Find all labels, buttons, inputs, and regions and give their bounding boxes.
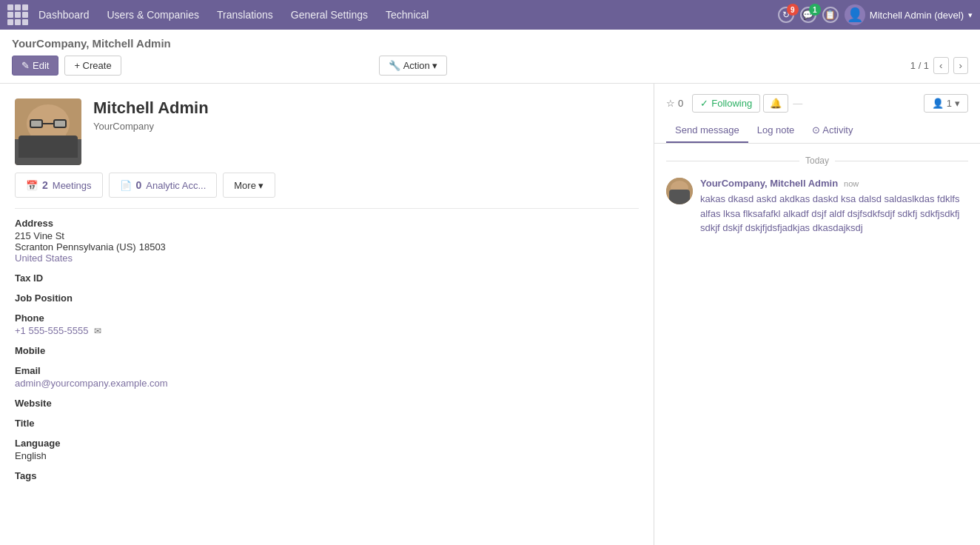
country-value: United States [15, 253, 639, 264]
page-number: 1 / 1 [910, 60, 929, 71]
create-button[interactable]: + Create [64, 56, 121, 76]
city-line: Scranton Pennsylvania (US) 18503 [15, 241, 639, 253]
language-value: English [15, 450, 639, 461]
messages-icon[interactable]: 💬 1 [800, 7, 816, 23]
email-group: Email admin@yourcompany.example.com [15, 365, 639, 389]
tax-id-label: Tax ID [15, 272, 639, 284]
nav-users-companies[interactable]: Users & Companies [107, 9, 200, 21]
meetings-button[interactable]: 📅 2 Meetings [15, 173, 103, 198]
address-label: Address [15, 218, 639, 229]
nav-links: Dashboard Users & Companies Translations… [38, 9, 778, 21]
chatter-panel: ☆ 0 ✓ Following 🔔 — 👤 1 ▾ Send message L… [654, 84, 980, 545]
meetings-count: 2 [42, 179, 48, 191]
website-group: Website [15, 398, 639, 409]
email-envelope-icon[interactable]: ✉ [94, 326, 101, 336]
wrench-icon: 🔧 [389, 60, 400, 71]
toolbar: ✎ Edit + Create 🔧 Action ▾ 1 / 1 ‹ › [12, 56, 968, 83]
contact-avatar [15, 98, 81, 165]
updates-badge: 9 [787, 4, 799, 16]
analytic-button[interactable]: 📄 0 Analytic Acc... [109, 173, 218, 198]
phone-value[interactable]: +1 555-555-5555 [15, 325, 88, 336]
city-value: Scranton [15, 241, 53, 253]
more-button[interactable]: More ▾ [223, 173, 275, 198]
address-block: Address 215 Vine St Scranton Pennsylvani… [15, 218, 639, 264]
job-position-label: Job Position [15, 292, 639, 304]
tax-id-group: Tax ID [15, 272, 639, 284]
tab-activity[interactable]: ⊙ Activity [803, 118, 862, 143]
email-label: Email [15, 365, 639, 376]
contact-header: Mitchell Admin YourCompany [0, 84, 654, 173]
calendar-icon: 📅 [26, 180, 38, 191]
message-item: YourCompany, Mitchell Admin now kakas dk… [666, 178, 968, 235]
clock-icon: ⊙ [812, 124, 820, 136]
user-menu[interactable]: 👤 Mitchell Admin (devel) ▾ [845, 4, 973, 25]
person-icon: 👤 [932, 98, 944, 109]
chatter-tabs: Send message Log note ⊙ Activity [654, 118, 980, 144]
contact-name-area: Mitchell Admin YourCompany [93, 98, 639, 132]
message-header: YourCompany, Mitchell Admin now [700, 178, 968, 189]
page-header: YourCompany, Mitchell Admin ✎ Edit + Cre… [0, 30, 980, 84]
followers-dropdown-icon: ▾ [955, 98, 960, 109]
prev-page-button[interactable]: ‹ [933, 57, 948, 74]
nav-translations[interactable]: Translations [217, 9, 273, 21]
updates-icon[interactable]: ↻ 9 [778, 7, 794, 23]
contact-name: Mitchell Admin [93, 98, 639, 118]
main-area: Mitchell Admin YourCompany 📅 2 Meetings … [0, 84, 980, 545]
user-name-label: Mitchell Admin (devel) [870, 10, 964, 21]
contact-panel: Mitchell Admin YourCompany 📅 2 Meetings … [0, 84, 654, 545]
nav-dashboard[interactable]: Dashboard [38, 9, 90, 21]
job-position-group: Job Position [15, 292, 639, 304]
zip-value: 18503 [139, 241, 166, 253]
language-group: Language English [15, 438, 639, 461]
message-avatar [666, 178, 693, 204]
topnav-right: ↻ 9 💬 1 📋 👤 Mitchell Admin (devel) ▾ [778, 4, 973, 25]
next-page-button[interactable]: › [953, 57, 968, 74]
action-button[interactable]: 🔧 Action ▾ [379, 56, 448, 76]
meetings-label: Meetings [53, 180, 92, 191]
following-button[interactable]: ✓ Following [692, 94, 760, 113]
smart-buttons: 📅 2 Meetings 📄 0 Analytic Acc... More ▾ [0, 173, 654, 208]
analytic-label: Analytic Acc... [146, 180, 206, 191]
chatter-actions: ☆ 0 ✓ Following 🔔 — 👤 1 ▾ [654, 84, 980, 118]
phone-label: Phone [15, 312, 639, 324]
title-group: Title [15, 418, 639, 429]
clipboard-icon[interactable]: 📋 [822, 7, 839, 23]
message-time: now [844, 179, 859, 188]
analytic-count: 0 [136, 179, 142, 191]
analytic-icon: 📄 [120, 180, 132, 191]
email-value[interactable]: admin@yourcompany.example.com [15, 378, 639, 389]
edit-button[interactable]: ✎ Edit [12, 56, 58, 76]
chatter-feed: Today YourCompany, Mitchell Admin now ka… [654, 144, 980, 256]
title-label: Title [15, 418, 639, 429]
contact-company: YourCompany [93, 121, 639, 132]
user-avatar-small: 👤 [845, 4, 865, 25]
street-value: 215 Vine St [15, 230, 639, 241]
divider [15, 208, 639, 209]
apps-grid-icon[interactable] [7, 4, 28, 25]
check-icon: ✓ [700, 98, 708, 109]
nav-technical[interactable]: Technical [386, 9, 429, 21]
followers-count: 1 [947, 98, 952, 109]
pagination: 1 / 1 ‹ › [910, 57, 968, 74]
top-navigation: Dashboard Users & Companies Translations… [0, 0, 980, 30]
message-text: kakas dkasd askd akdkas daskd ksa dalsd … [700, 192, 968, 235]
bell-separator: — [791, 98, 804, 109]
tab-send-message[interactable]: Send message [666, 118, 748, 143]
nav-general-settings[interactable]: General Settings [291, 9, 368, 21]
star-count-value: 0 [678, 98, 683, 109]
edit-icon: ✎ [21, 60, 30, 71]
followers-button[interactable]: 👤 1 ▾ [924, 94, 968, 113]
messages-badge: 1 [809, 4, 821, 16]
user-dropdown-icon: ▾ [968, 10, 973, 20]
tags-group: Tags [15, 470, 639, 481]
tab-log-note[interactable]: Log note [748, 118, 804, 143]
star-icon: ☆ [666, 98, 675, 109]
state-value: Pennsylvania (US) [56, 241, 136, 253]
mobile-label: Mobile [15, 345, 639, 356]
notification-bell-button[interactable]: 🔔 [763, 94, 788, 113]
message-body: YourCompany, Mitchell Admin now kakas dk… [700, 178, 968, 235]
tags-label: Tags [15, 470, 639, 481]
today-label-text: Today [805, 156, 829, 166]
message-author: YourCompany, Mitchell Admin [700, 178, 838, 189]
mobile-group: Mobile [15, 345, 639, 356]
